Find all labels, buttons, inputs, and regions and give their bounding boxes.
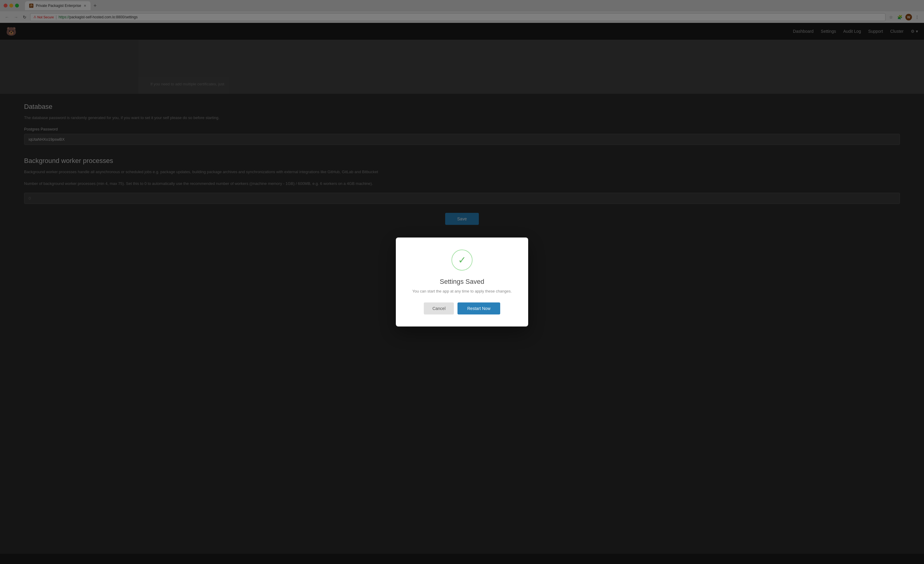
success-circle: ✓ — [452, 250, 472, 271]
restart-now-button[interactable]: Restart Now — [458, 302, 500, 314]
modal-subtitle: You can start the app at any time to app… — [411, 289, 513, 294]
modal-overlay: ✓ Settings Saved You can start the app a… — [0, 0, 924, 564]
cancel-button[interactable]: Cancel — [424, 302, 454, 314]
modal-title: Settings Saved — [411, 278, 513, 286]
settings-saved-modal: ✓ Settings Saved You can start the app a… — [396, 238, 528, 326]
modal-buttons: Cancel Restart Now — [411, 302, 513, 314]
checkmark-icon: ✓ — [458, 254, 466, 266]
